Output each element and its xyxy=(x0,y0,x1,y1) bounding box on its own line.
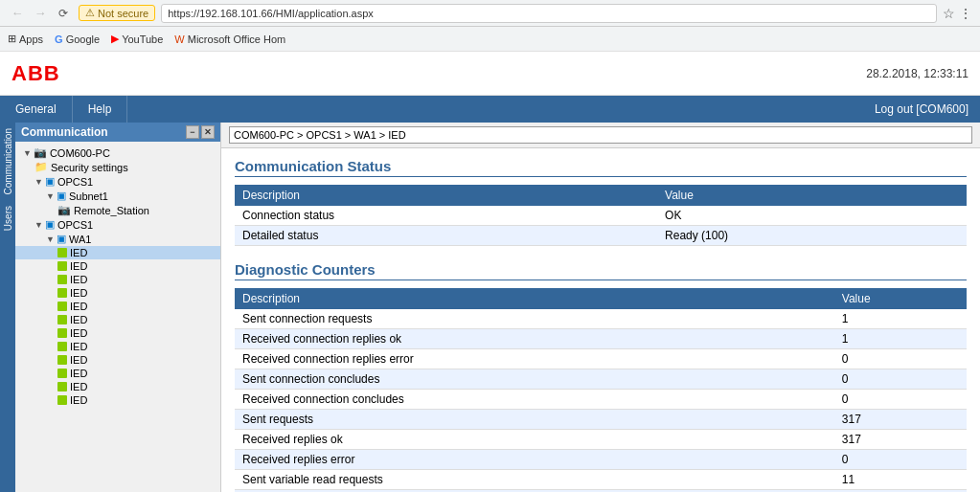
diag-desc-cell: Sent variable read requests xyxy=(235,470,834,490)
diag-value-cell: 0 xyxy=(834,390,967,410)
pc-icon-remote: 📷 xyxy=(57,204,71,216)
diag-desc-cell: Received connection replies error xyxy=(235,349,834,369)
bookmark-msoffice[interactable]: W Microsoft Office Hom xyxy=(174,34,285,45)
diag-counters-title: Diagnostic Counters xyxy=(235,261,967,280)
comm-status-col-description: Description xyxy=(235,185,657,206)
ied-icon-7 xyxy=(57,328,67,338)
tree-item-wa1[interactable]: ▼ ▣ WA1 xyxy=(15,232,220,246)
forward-button[interactable]: → xyxy=(31,4,50,23)
content-area: Communication Status Description Value C… xyxy=(221,123,980,492)
tab-help[interactable]: Help xyxy=(73,96,128,123)
comm-status-title: Communication Status xyxy=(235,158,967,177)
comm-status-table: Description Value Connection statusOKDet… xyxy=(235,185,967,246)
diag-col-value: Value xyxy=(834,288,967,309)
tree-item-ied-1[interactable]: IED xyxy=(15,246,220,259)
app-header: ABB 28.2.2018, 12:33:11 xyxy=(0,52,980,96)
bookmark-msoffice-label: Microsoft Office Hom xyxy=(188,34,286,45)
bookmark-apps-label: Apps xyxy=(19,34,43,45)
tab-general[interactable]: General xyxy=(0,96,73,123)
sidebar-close-button[interactable]: ✕ xyxy=(201,125,215,139)
google-icon: G xyxy=(55,34,63,45)
ied-icon-12 xyxy=(57,395,67,405)
abb-logo: ABB xyxy=(11,61,60,86)
security-badge: ⚠ Not secure xyxy=(79,5,155,21)
folder-icon: 📁 xyxy=(34,161,48,173)
expand-icon-opcs1-2: ▼ xyxy=(34,220,43,230)
ied-icon-8 xyxy=(57,342,67,351)
address-bar[interactable] xyxy=(161,4,937,23)
tree-item-ied-5[interactable]: IED xyxy=(15,300,220,313)
tree-item-ied-8[interactable]: IED xyxy=(15,340,220,353)
back-button[interactable]: ← xyxy=(8,4,27,23)
bookmark-youtube-label: YouTube xyxy=(122,34,163,45)
diag-desc-cell: Received connection concludes xyxy=(235,390,834,410)
sidebar-header-controls: − ✕ xyxy=(186,125,215,139)
breadcrumb-input[interactable] xyxy=(229,126,972,144)
browser-actions: ☆ ⋮ xyxy=(943,6,972,21)
bookmark-youtube[interactable]: ▶ YouTube xyxy=(111,33,163,45)
sidebar-minimize-button[interactable]: − xyxy=(186,125,199,139)
tree-item-remote-station[interactable]: 📷 Remote_Station xyxy=(15,203,220,217)
tree: ▼ 📷 COM600-PC 📁 Security settings ▼ ▣ OP… xyxy=(15,142,220,492)
pc-icon: 📷 xyxy=(34,146,47,159)
tree-item-ied-9[interactable]: IED xyxy=(15,353,220,367)
tree-item-ied-11[interactable]: IED xyxy=(15,380,220,393)
diag-value-cell: 317 xyxy=(834,410,967,430)
logout-button[interactable]: Log out [COM600] xyxy=(863,102,980,116)
diag-counters-table: Description Value Sent connection reques… xyxy=(235,288,967,492)
content-body: Communication Status Description Value C… xyxy=(221,148,980,492)
tree-item-ied-12[interactable]: IED xyxy=(15,393,220,407)
bookmark-star-icon[interactable]: ☆ xyxy=(943,6,955,21)
main-layout: Communication Users Communication − ✕ ▼ … xyxy=(0,123,980,492)
tree-item-opcs1-top[interactable]: ▼ ▣ OPCS1 xyxy=(15,174,220,189)
datetime: 28.2.2018, 12:33:11 xyxy=(866,67,969,80)
bookmark-apps[interactable]: ⊞ Apps xyxy=(8,33,43,45)
expand-icon-wa1: ▼ xyxy=(46,235,55,244)
diag-desc-cell: Received connection replies ok xyxy=(235,329,834,349)
table-row: Received connection replies error0 xyxy=(235,349,967,369)
tree-item-ied-4[interactable]: IED xyxy=(15,286,220,300)
table-row: Received replies error0 xyxy=(235,450,967,470)
tree-item-ied-6[interactable]: IED xyxy=(15,313,220,326)
menu-icon[interactable]: ⋮ xyxy=(959,6,972,21)
tree-item-security-settings[interactable]: 📁 Security settings xyxy=(15,160,220,174)
diag-desc-cell: Received replies ok xyxy=(235,430,834,450)
comm-value-cell: Ready (100) xyxy=(657,226,967,246)
table-row: Sent requests317 xyxy=(235,410,967,430)
ied-icon-5 xyxy=(57,302,67,311)
browser-toolbar: ← → ⟳ ⚠ Not secure ☆ ⋮ xyxy=(0,0,980,27)
tree-item-subnet1[interactable]: ▼ ▣ Subnet1 xyxy=(15,189,220,203)
bookmarks-bar: ⊞ Apps G Google ▶ YouTube W Microsoft Of… xyxy=(0,27,980,52)
bookmark-google[interactable]: G Google xyxy=(55,34,100,45)
side-label-communication[interactable]: Communication xyxy=(1,123,15,200)
network-icon-opcs1-2: ▣ xyxy=(45,218,55,231)
expand-icon-opcs1: ▼ xyxy=(34,177,43,187)
warning-icon: ⚠ xyxy=(85,7,95,19)
nav-tabs: General Help xyxy=(0,96,127,123)
diag-value-cell: 0 xyxy=(834,450,967,470)
security-label: Not secure xyxy=(98,8,148,19)
diag-desc-cell: Received replies error xyxy=(235,450,834,470)
sidebar-header: Communication − ✕ xyxy=(15,123,220,142)
tree-item-ied-3[interactable]: IED xyxy=(15,273,220,286)
tree-item-opcs1[interactable]: ▼ ▣ OPCS1 xyxy=(15,217,220,232)
table-row: Received connection concludes0 xyxy=(235,390,967,410)
side-labels: Communication Users xyxy=(0,123,15,492)
network-icon-opcs1: ▣ xyxy=(45,175,55,188)
tree-item-com600pc[interactable]: ▼ 📷 COM600-PC xyxy=(15,145,220,160)
apps-icon: ⊞ xyxy=(8,33,16,45)
diag-desc-cell: Sent connection concludes xyxy=(235,369,834,390)
tree-item-ied-10[interactable]: IED xyxy=(15,367,220,380)
tree-item-ied-2[interactable]: IED xyxy=(15,259,220,273)
diag-value-cell: 1 xyxy=(834,309,967,329)
diag-col-description: Description xyxy=(235,288,834,309)
comm-value-cell: OK xyxy=(657,206,967,226)
tree-item-ied-7[interactable]: IED xyxy=(15,326,220,340)
table-row: Detailed statusReady (100) xyxy=(235,226,967,246)
expand-icon-subnet1: ▼ xyxy=(46,191,55,201)
network-icon-subnet1: ▣ xyxy=(57,190,66,202)
diag-value-cell: 0 xyxy=(834,349,967,369)
side-label-users[interactable]: Users xyxy=(1,200,15,236)
reload-button[interactable]: ⟳ xyxy=(54,4,73,23)
nav-buttons: ← → ⟳ xyxy=(8,4,73,23)
